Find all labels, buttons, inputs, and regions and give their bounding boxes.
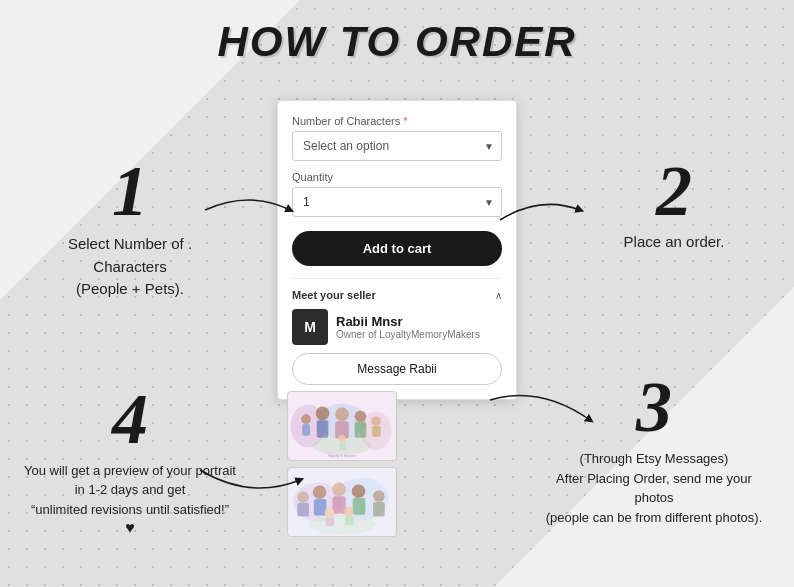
svg-point-30 [373,490,385,502]
seller-shop: Owner of LoyaltyMemoryMakers [336,329,480,340]
svg-rect-27 [332,496,346,513]
svg-point-21 [308,515,376,534]
step4-text: You will get a preview of your portrait … [20,461,240,520]
svg-rect-8 [317,420,329,437]
seller-header: Meet your seller ∧ [292,289,502,301]
page-title: HOW TO ORDER [0,0,794,66]
order-card: Number of Characters * Select an option … [277,100,517,400]
svg-point-15 [338,435,346,443]
step2-text: Place an order. [584,233,764,250]
svg-point-28 [352,485,366,499]
svg-point-22 [297,491,309,503]
characters-select[interactable]: Select an option 1 Character 2 Character… [292,131,502,161]
seller-info: M Rabii Mnsr Owner of LoyaltyMemoryMaker… [292,309,502,345]
svg-point-13 [371,416,381,426]
heart-icon: ♥ [20,519,240,537]
seller-avatar: M [292,309,328,345]
svg-point-9 [335,408,349,422]
svg-point-7 [316,407,330,421]
characters-select-wrapper: Select an option 1 Character 2 Character… [292,131,502,161]
step1-container: 1 Select Number of .Characters(People + … [20,155,240,301]
portrait-image-2 [287,467,397,537]
svg-rect-29 [353,498,366,515]
svg-rect-14 [372,426,381,437]
step4-container: 4 You will get a preview of your portrai… [20,383,240,538]
svg-point-5 [301,414,311,424]
step1-text: Select Number of .Characters(People + Pe… [20,233,240,301]
add-to-cart-button[interactable]: Add to cart [292,231,502,266]
quantity-select[interactable]: 1 2 3 4 5 [292,187,502,217]
svg-rect-33 [325,518,334,527]
svg-rect-12 [355,422,367,438]
svg-point-26 [332,483,346,497]
svg-rect-16 [339,443,346,451]
meet-seller-label: Meet your seller [292,289,376,301]
characters-label: Number of Characters * [292,115,502,127]
svg-rect-6 [302,424,310,436]
portrait-images: Family is forever [287,391,397,537]
seller-chevron-icon: ∧ [495,290,502,301]
quantity-label: Quantity [292,171,502,183]
svg-rect-23 [297,503,309,517]
step3-container: 3 (Through Etsy Messages) After Placing … [544,371,764,527]
seller-section: Meet your seller ∧ M Rabii Mnsr Owner of… [292,278,502,385]
required-marker: * [403,115,407,127]
svg-point-34 [344,507,354,517]
step1-number: 1 [20,155,240,227]
svg-point-32 [325,508,335,518]
step3-text: (Through Etsy Messages) After Placing Or… [544,449,764,527]
seller-name: Rabii Mnsr [336,314,480,329]
message-seller-button[interactable]: Message Rabii [292,353,502,385]
step2-number: 2 [584,155,764,227]
svg-point-24 [313,485,327,499]
seller-details: Rabii Mnsr Owner of LoyaltyMemoryMakers [336,314,480,340]
svg-point-11 [355,410,367,422]
step2-container: 2 Place an order. [584,155,764,250]
step3-number: 3 [544,371,764,443]
svg-rect-31 [373,502,385,517]
svg-rect-35 [345,517,354,526]
portrait-image-1: Family is forever [287,391,397,461]
step4-number: 4 [20,383,240,455]
svg-text:Family is forever: Family is forever [328,453,357,458]
quantity-select-wrapper: 1 2 3 4 5 ▼ [292,187,502,217]
